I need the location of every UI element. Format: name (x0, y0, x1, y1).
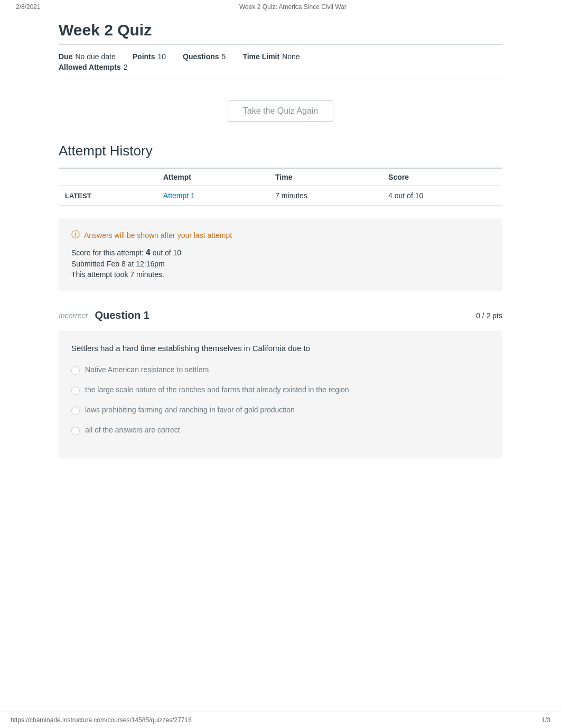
points-value: 10 (158, 52, 166, 61)
info-notice-text: Answers will be shown after your last at… (84, 231, 232, 239)
question-title: Question 1 (95, 309, 149, 321)
answer-text: all of the answers are correct (85, 426, 180, 434)
table-row: LATEST Attempt 1 7 minutes 4 out of 10 (59, 186, 502, 206)
answer-radio-1 (71, 386, 80, 395)
result-info-box: ⓘ Answers will be shown after your last … (59, 219, 502, 291)
question-text: Settlers had a hard time establishing th… (71, 344, 490, 353)
question-points: 0 / 2 pts (476, 311, 502, 320)
points-label: Points (133, 52, 155, 61)
col-header-attempt: Attempt (157, 169, 269, 186)
take-quiz-section: Take the Quiz Again (59, 79, 502, 143)
score-suffix: out of 10 (153, 248, 182, 257)
submitted-line: Submitted Feb 8 at 12:16pm (71, 260, 490, 268)
answer-radio-2 (71, 407, 80, 415)
take-quiz-button[interactable]: Take the Quiz Again (228, 100, 333, 122)
breadcrumb: Week 2 Quiz: America Since Civil War (239, 3, 347, 11)
col-header-score: Score (382, 169, 502, 186)
question-block: Incorrect Question 1 0 / 2 pts Settlers … (59, 304, 502, 458)
answer-text: the large scale nature of the ranches an… (85, 385, 349, 394)
answer-option: the large scale nature of the ranches an… (71, 385, 490, 395)
quiz-title: Week 2 Quiz (59, 14, 502, 44)
questions-label: Questions (183, 52, 219, 61)
answer-text: laws prohibiting farming and ranching in… (85, 406, 295, 414)
date-label: 2/8/2021 (16, 3, 41, 11)
answer-radio-0 (71, 366, 80, 375)
incorrect-label: Incorrect (59, 311, 87, 320)
time-limit-value: None (282, 52, 300, 61)
row-tag: LATEST (59, 186, 157, 206)
question-header: Incorrect Question 1 0 / 2 pts (59, 304, 502, 327)
divider-result (59, 206, 502, 206)
answer-option: Native American resistance to settlers (71, 365, 490, 375)
row-score: 4 out of 10 (382, 186, 502, 206)
answer-option: all of the answers are correct (71, 426, 490, 435)
question-left: Incorrect Question 1 (59, 309, 149, 321)
questions-value: 5 (222, 52, 226, 61)
answer-option: laws prohibiting farming and ranching in… (71, 406, 490, 415)
row-attempt[interactable]: Attempt 1 (157, 186, 269, 206)
question-content-box: Settlers had a hard time establishing th… (59, 331, 502, 458)
allowed-attempts-label: Allowed Attempts (59, 63, 121, 71)
due-value: No due date (75, 52, 115, 61)
score-value: 4 (146, 248, 151, 257)
attempt-history-title: Attempt History (59, 143, 502, 159)
info-notice: ⓘ Answers will be shown after your last … (71, 229, 490, 241)
answer-radio-3 (71, 427, 80, 435)
info-icon: ⓘ (71, 229, 80, 241)
allowed-attempts-value: 2 (124, 63, 128, 71)
col-header-time: Time (269, 169, 382, 186)
row-time: 7 minutes (269, 186, 382, 206)
attempt-table: Attempt Time Score LATEST Attempt 1 7 mi… (59, 168, 502, 206)
score-line: Score for this attempt: 4 out of 10 (71, 248, 490, 257)
quiz-meta: Due No due date Points 10 Questions 5 Ti… (59, 45, 502, 79)
duration-line: This attempt took 7 minutes. (71, 270, 490, 279)
due-label: Due (59, 52, 72, 61)
time-limit-label: Time Limit (242, 52, 279, 61)
col-header-tag (59, 169, 157, 186)
score-prefix: Score for this attempt: (71, 248, 144, 257)
answer-text: Native American resistance to settlers (85, 365, 209, 374)
